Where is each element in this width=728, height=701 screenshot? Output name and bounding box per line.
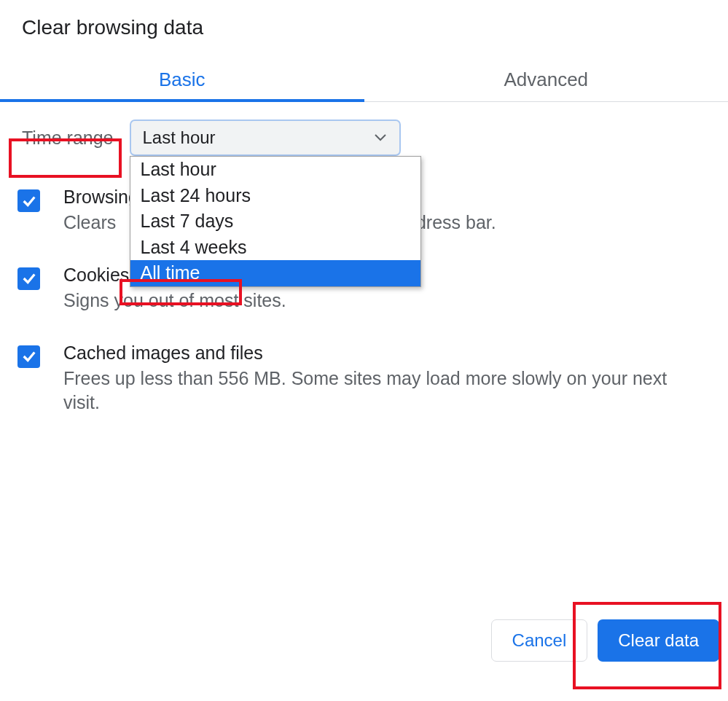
- time-option-last-7-days[interactable]: Last 7 days: [130, 208, 420, 235]
- browsing-history-checkbox[interactable]: [17, 189, 40, 212]
- chevron-down-icon: [375, 131, 386, 144]
- cached-checkbox[interactable]: [17, 345, 40, 368]
- tab-advanced[interactable]: Advanced: [364, 60, 729, 101]
- dialog-title: Clear browsing data: [22, 16, 728, 39]
- cookies-checkbox[interactable]: [17, 267, 40, 290]
- dialog-footer: Cancel Clear data: [491, 619, 719, 662]
- cached-row: Cached images and files Frees up less th…: [17, 342, 708, 416]
- time-option-last-24-hours[interactable]: Last 24 hours: [130, 183, 420, 209]
- checkmark-icon: [21, 270, 37, 286]
- cached-title: Cached images and files: [63, 342, 708, 364]
- time-range-row: Time range Last hour Last hour Last 24 h…: [17, 120, 708, 156]
- clear-data-button[interactable]: Clear data: [598, 619, 719, 662]
- time-range-selected-value: Last hour: [143, 128, 216, 148]
- cached-texts: Cached images and files Frees up less th…: [63, 342, 708, 416]
- dialog-body: Time range Last hour Last hour Last 24 h…: [0, 102, 728, 415]
- cookies-desc: Signs you out of most sites.: [63, 289, 708, 313]
- cancel-button[interactable]: Cancel: [491, 619, 588, 662]
- checkmark-icon: [21, 193, 37, 209]
- cached-desc: Frees up less than 556 MB. Some sites ma…: [63, 367, 708, 416]
- clear-browsing-data-dialog: Clear browsing data Basic Advanced Time …: [0, 0, 728, 415]
- tabs: Basic Advanced: [0, 60, 728, 102]
- tab-basic[interactable]: Basic: [0, 60, 364, 101]
- checkmark-icon: [21, 348, 37, 364]
- time-range-label: Time range: [17, 125, 118, 152]
- time-option-last-4-weeks[interactable]: Last 4 weeks: [130, 235, 420, 261]
- time-range-select[interactable]: Last hour Last hour Last 24 hours Last 7…: [130, 120, 401, 156]
- time-option-all-time[interactable]: All time: [130, 260, 420, 286]
- time-option-last-hour[interactable]: Last hour: [130, 157, 420, 183]
- time-range-dropdown: Last hour Last 24 hours Last 7 days Last…: [130, 156, 421, 287]
